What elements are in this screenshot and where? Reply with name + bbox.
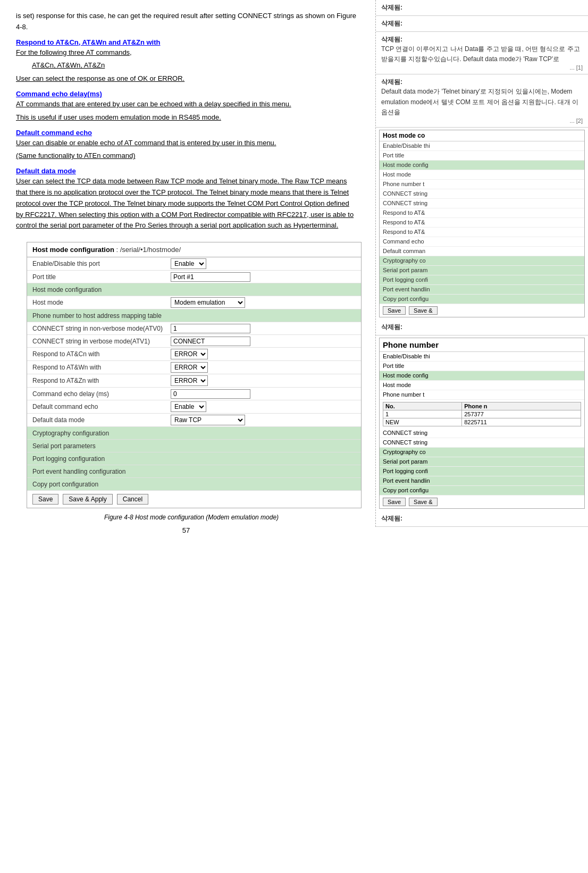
sidebar-host-row-8: Respond to AT& — [380, 218, 584, 228]
section-default-cmd-echo-line1: User can disable or enable echo of AT co… — [16, 138, 356, 149]
sidebar-phone-panel: Phone number Enable/Disable thi Port tit… — [379, 338, 585, 509]
sidebar-deleted-last: 삭제됨: — [376, 511, 588, 527]
sidebar-phone-after-label-1: CONNECT string — [383, 439, 468, 446]
value-default-cmd-echo[interactable]: Enable Disable — [171, 401, 356, 412]
save-apply-button[interactable]: Save & Apply — [63, 494, 112, 505]
config-row-respond-atzn: Respond to AT&Zn with ERROR OK — [27, 374, 361, 388]
sidebar-host-buttons: Save Save & — [380, 304, 584, 317]
sidebar-phone-after-label-6: Copy port configu — [383, 487, 468, 493]
sidebar-phone-after-5: Port event handlin — [380, 476, 584, 486]
sidebar-deleted-4: 삭제됨: Default data mode가 'Telnet binary'로… — [376, 74, 588, 128]
select-enable[interactable]: Enable Disable — [171, 258, 206, 269]
config-row-connect-atv0: CONNECT string in non-verbose mode(ATV0) — [27, 322, 361, 335]
value-port-title[interactable] — [171, 272, 356, 282]
config-path: : /serial/•1/hostmode/ — [116, 246, 181, 254]
phone-table-wrapper: No. Phone n 1 257377 NEW 8225711 — [380, 400, 584, 429]
label-default-data-mode: Default data mode — [32, 416, 171, 424]
sidebar-host-panel-title: Host mode co — [380, 130, 584, 141]
sidebar-phone-after-label-4: Port logging confi — [383, 468, 468, 474]
config-row-host-mode: Host mode Modem emulation TCP Client TCP… — [27, 296, 361, 309]
section-cmd-echo-delay-line2: This is useful if user uses modem emulat… — [16, 112, 356, 123]
sidebar-deleted-label-between: 삭제됨: — [381, 323, 402, 331]
section-default-data-mode-line1: User can select the TCP data mode betwee… — [16, 176, 356, 231]
config-box: Host mode configuration : /serial/•1/hos… — [27, 242, 362, 508]
config-row-enable: Enable/Disable this port Enable Disable — [27, 257, 361, 271]
config-row-connect-atv1: CONNECT string in verbose mode(ATV1) — [27, 335, 361, 348]
sidebar-host-panel: Host mode co Enable/Disable thi Port tit… — [379, 130, 585, 317]
label-crypto: Cryptography configuration — [32, 430, 109, 437]
sidebar-host-label-0: Enable/Disable thi — [383, 142, 468, 149]
fig-caption: Figure 4-8 Host mode configuration (Mode… — [27, 514, 356, 521]
config-row-default-data-mode: Default data mode Raw TCP Telnet binary — [27, 414, 361, 427]
sidebar-host-save-apply-button[interactable]: Save & — [409, 306, 437, 315]
select-respond-atcn[interactable]: ERROR OK — [171, 349, 208, 359]
sidebar-host-label-9: Respond to AT& — [383, 229, 468, 235]
config-row-port-event: Port event handling configuration — [27, 465, 361, 478]
config-title-text: Host mode configuration — [32, 246, 114, 254]
value-host-mode[interactable]: Modem emulation TCP Client TCP Server — [171, 297, 356, 308]
value-default-data-mode[interactable]: Raw TCP Telnet binary — [171, 415, 356, 425]
save-button[interactable]: Save — [32, 494, 58, 505]
input-port-title[interactable] — [171, 272, 250, 282]
config-row-port-title: Port title — [27, 271, 361, 283]
config-row-serial-params: Serial port parameters — [27, 440, 361, 452]
input-cmd-echo-delay[interactable] — [171, 389, 250, 399]
sidebar-host-label-7: Respond to AT& — [383, 209, 468, 216]
sidebar-host-row-10: Command echo — [380, 237, 584, 247]
label-host-mode-config-header: Host mode configuration — [32, 286, 102, 293]
value-connect-atv1[interactable] — [171, 337, 356, 346]
sidebar-phone-save-button[interactable]: Save — [383, 498, 406, 506]
select-respond-atzn[interactable]: ERROR OK — [171, 375, 208, 386]
input-connect-atv1[interactable] — [171, 337, 250, 346]
value-respond-atcn[interactable]: ERROR OK — [171, 349, 356, 359]
value-respond-atzn[interactable]: ERROR OK — [171, 375, 356, 386]
value-enable[interactable]: Enable Disable — [171, 258, 356, 269]
label-default-cmd-echo: Default command echo — [32, 403, 171, 410]
sidebar-deleted-between: 삭제됨: — [376, 320, 588, 335]
sidebar-host-row-4: Phone number t — [380, 180, 584, 189]
sidebar-host-row-15: Port event handlin — [380, 285, 584, 295]
select-default-cmd-echo[interactable]: Enable Disable — [171, 401, 206, 412]
sidebar-phone-label-3: Host mode — [383, 382, 468, 388]
phone-table-cell-new-value: 8225711 — [462, 418, 581, 426]
phone-table-row-new: NEW 8225711 — [383, 418, 581, 426]
label-enable: Enable/Disable this port — [32, 260, 171, 267]
sidebar-host-row-3: Host mode — [380, 170, 584, 180]
label-respond-atzn: Respond to AT&Zn with — [32, 377, 171, 384]
sidebar-phone-after-2: Cryptography co — [380, 448, 584, 457]
sidebar-deleted-label-3: 삭제됨: — [381, 36, 402, 43]
sidebar-host-label-12: Cryptography co — [383, 257, 468, 264]
sidebar-phone-row-1: Port title — [380, 362, 584, 371]
sidebar-phone-row-0: Enable/Disable thi — [380, 352, 584, 362]
input-connect-atv0[interactable] — [171, 324, 250, 333]
select-host-mode[interactable]: Modem emulation TCP Client TCP Server — [171, 297, 245, 308]
heading-default-cmd-echo: Default command echo — [16, 129, 356, 137]
value-respond-atwn[interactable]: ERROR OK — [171, 362, 356, 373]
select-respond-atwn[interactable]: ERROR OK — [171, 362, 208, 373]
sidebar-host-label-13: Serial port param — [383, 267, 468, 273]
cancel-button[interactable]: Cancel — [117, 494, 148, 505]
sidebar-phone-save-apply-button[interactable]: Save & — [409, 498, 437, 506]
value-connect-atv0[interactable] — [171, 324, 356, 333]
select-default-data-mode[interactable]: Raw TCP Telnet binary — [171, 415, 245, 425]
config-row-port-logging: Port logging configuration — [27, 452, 361, 465]
sidebar-host-row-13: Serial port param — [380, 266, 584, 275]
sidebar-host-label-15: Port event handlin — [383, 286, 468, 292]
sidebar-phone-after-1: CONNECT string — [380, 438, 584, 448]
label-connect-atv0: CONNECT string in non-verbose mode(ATV0) — [32, 325, 171, 332]
sidebar-host-save-button[interactable]: Save — [383, 306, 406, 315]
label-respond-atcn: Respond to AT&Cn with — [32, 350, 171, 358]
sidebar-phone-label-4: Phone number t — [383, 391, 468, 398]
label-port-event: Port event handling configuration — [32, 468, 125, 475]
sidebar-deleted-text-3: TCP 연결이 이루어지고 나서 Data를 주고 받을 때, 어떤 형식으로 … — [381, 44, 583, 64]
sidebar-host-row-9: Respond to AT& — [380, 228, 584, 237]
sidebar-deleted-label-1: 삭제됨: — [381, 4, 402, 11]
value-cmd-echo-delay[interactable] — [171, 389, 356, 399]
sidebar-host-label-14: Port logging confi — [383, 276, 468, 283]
sidebar-phone-title: Phone number — [380, 338, 584, 352]
sidebar-phone-row-2: Host mode config — [380, 371, 584, 381]
label-port-title: Port title — [32, 273, 171, 281]
sidebar-host-label-5: CONNECT string — [383, 190, 468, 197]
section-default-cmd-echo-line2: (Same functionality to ATEn command) — [16, 150, 356, 162]
sidebar-phone-label-1: Port title — [383, 363, 468, 369]
